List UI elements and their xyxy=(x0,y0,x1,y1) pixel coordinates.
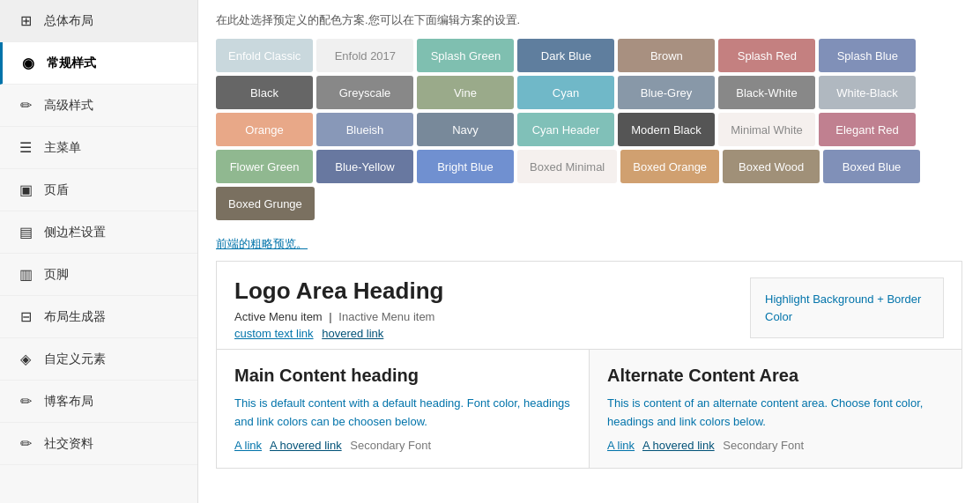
sidebar-icon-general-layout: ⊞ xyxy=(16,12,35,29)
preview-header-left: Logo Area Heading Active Menu item | Ina… xyxy=(234,277,443,340)
color-scheme-grid: Enfold ClassicEnfold 2017Splash GreenDar… xyxy=(216,39,962,220)
sidebar-item-general-style[interactable]: ◉常规样式 xyxy=(0,42,197,85)
color-scheme-dark-blue[interactable]: Dark Blue xyxy=(517,39,614,72)
sidebar-icon-layout-builder: ⊟ xyxy=(16,308,35,325)
sidebar: ⊞总体布局◉常规样式✏高级样式☰主菜单▣页盾▤侧边栏设置▥页脚⊟布局生成器◈自定… xyxy=(0,0,198,503)
color-scheme-boxed-grunge[interactable]: Boxed Grunge xyxy=(216,187,315,220)
sidebar-icon-advanced-style: ✏ xyxy=(16,97,35,114)
sidebar-label-general-style: 常规样式 xyxy=(47,55,96,71)
alt-content-links: A link A hovered link Secondary Font xyxy=(607,439,944,452)
main-content-links: A link A hovered link Secondary Font xyxy=(234,439,571,452)
color-scheme-vine[interactable]: Vine xyxy=(417,76,514,109)
alt-content-text: This is content of an alternate content … xyxy=(607,395,944,432)
preview-label[interactable]: 前端的粗略预览。 xyxy=(216,236,962,252)
color-scheme-blueish[interactable]: Blueish xyxy=(316,113,413,146)
main-content-heading: Main Content heading xyxy=(234,366,571,386)
color-scheme-blue-grey[interactable]: Blue-Grey xyxy=(618,76,715,109)
main-content: 在此处选择预定义的配色方案.您可以在下面编辑方案的设置. Enfold Clas… xyxy=(198,0,980,503)
sidebar-item-general-layout[interactable]: ⊞总体布局 xyxy=(0,0,197,42)
preview-area: Logo Area Heading Active Menu item | Ina… xyxy=(216,261,962,469)
color-scheme-white-black[interactable]: White-Black xyxy=(819,76,916,109)
color-scheme-bright-blue[interactable]: Bright Blue xyxy=(417,150,514,183)
sidebar-label-page-header: 页盾 xyxy=(44,182,69,198)
color-scheme-flower-green[interactable]: Flower Green xyxy=(216,150,313,183)
sidebar-item-layout-builder[interactable]: ⊟布局生成器 xyxy=(0,296,197,338)
color-scheme-cyan[interactable]: Cyan xyxy=(517,76,614,109)
sidebar-item-main-menu[interactable]: ☰主菜单 xyxy=(0,127,197,169)
custom-text-link[interactable]: custom text link xyxy=(234,327,314,340)
instruction-text: 在此处选择预定义的配色方案.您可以在下面编辑方案的设置. xyxy=(216,12,962,28)
color-scheme-enfold-classic[interactable]: Enfold Classic xyxy=(216,39,313,72)
sidebar-item-footer[interactable]: ▥页脚 xyxy=(0,254,197,296)
alt-secondary-font: Secondary Font xyxy=(723,439,804,452)
color-scheme-navy[interactable]: Navy xyxy=(417,113,514,146)
color-scheme-splash-green[interactable]: Splash Green xyxy=(417,39,514,72)
preview-logo-heading: Logo Area Heading xyxy=(234,277,443,305)
sidebar-icon-blog-layout: ✏ xyxy=(16,393,35,410)
sidebar-item-blog-layout[interactable]: ✏博客布局 xyxy=(0,381,197,423)
color-scheme-black-white[interactable]: Black-White xyxy=(718,76,815,109)
sidebar-icon-main-menu: ☰ xyxy=(16,139,35,156)
main-hovered-link[interactable]: A hovered link xyxy=(270,439,342,452)
sidebar-item-sidebar-settings[interactable]: ▤侧边栏设置 xyxy=(0,211,197,254)
content-main: Main Content heading This is default con… xyxy=(217,350,590,468)
sidebar-label-layout-builder: 布局生成器 xyxy=(44,309,106,325)
color-scheme-blue-yellow[interactable]: Blue-Yellow xyxy=(316,150,413,183)
color-scheme-orange[interactable]: Orange xyxy=(216,113,313,146)
content-alt: Alternate Content Area This is content o… xyxy=(590,350,961,468)
alt-hovered-link[interactable]: A hovered link xyxy=(642,439,715,452)
preview-links: custom text link hovered link xyxy=(234,327,443,340)
preview-content: Main Content heading This is default con… xyxy=(217,349,961,468)
color-scheme-cyan-header[interactable]: Cyan Header xyxy=(517,113,614,146)
color-scheme-minimal-white[interactable]: Minimal White xyxy=(718,113,815,146)
sidebar-label-blog-layout: 博客布局 xyxy=(44,394,93,410)
color-scheme-modern-black[interactable]: Modern Black xyxy=(618,113,715,146)
sidebar-icon-footer: ▥ xyxy=(16,266,35,283)
sidebar-icon-custom-elements: ◈ xyxy=(16,351,35,367)
alt-link[interactable]: A link xyxy=(607,439,635,452)
color-scheme-black[interactable]: Black xyxy=(216,76,313,109)
menu-active: Active Menu item xyxy=(234,310,323,323)
color-scheme-elegant-red[interactable]: Elegant Red xyxy=(819,113,916,146)
sidebar-icon-sidebar-settings: ▤ xyxy=(16,224,35,240)
color-scheme-boxed-blue[interactable]: Boxed Blue xyxy=(823,150,920,183)
menu-separator: | xyxy=(329,310,331,323)
sidebar-label-general-layout: 总体布局 xyxy=(44,13,93,29)
sidebar-label-main-menu: 主菜单 xyxy=(44,140,81,156)
sidebar-item-advanced-style[interactable]: ✏高级样式 xyxy=(0,85,197,127)
color-scheme-greyscale[interactable]: Greyscale xyxy=(316,76,413,109)
color-scheme-boxed-minimal[interactable]: Boxed Minimal xyxy=(517,150,617,183)
color-scheme-boxed-wood[interactable]: Boxed Wood xyxy=(723,150,820,183)
color-scheme-splash-blue[interactable]: Splash Blue xyxy=(819,39,916,72)
preview-header: Logo Area Heading Active Menu item | Ina… xyxy=(217,262,961,349)
hovered-link[interactable]: hovered link xyxy=(322,327,383,340)
highlight-box: Highlight Background + Border Color xyxy=(750,277,944,338)
sidebar-label-sidebar-settings: 侧边栏设置 xyxy=(44,225,106,240)
color-scheme-enfold-2017[interactable]: Enfold 2017 xyxy=(316,39,413,72)
sidebar-icon-page-header: ▣ xyxy=(16,181,35,198)
main-link[interactable]: A link xyxy=(234,439,262,452)
sidebar-label-custom-elements: 自定义元素 xyxy=(44,351,106,367)
sidebar-icon-contrib: ✏ xyxy=(16,435,35,452)
color-scheme-brown[interactable]: Brown xyxy=(618,39,715,72)
preview-menu: Active Menu item | Inactive Menu item xyxy=(234,310,443,323)
sidebar-label-contrib: 社交资料 xyxy=(44,436,93,452)
sidebar-item-contrib[interactable]: ✏社交资料 xyxy=(0,423,197,465)
main-secondary-font: Secondary Font xyxy=(350,439,431,452)
sidebar-icon-general-style: ◉ xyxy=(19,55,38,71)
color-scheme-splash-red[interactable]: Splash Red xyxy=(718,39,815,72)
alt-content-heading: Alternate Content Area xyxy=(607,366,944,386)
sidebar-item-custom-elements[interactable]: ◈自定义元素 xyxy=(0,338,197,381)
menu-inactive: Inactive Menu item xyxy=(338,310,434,323)
sidebar-label-advanced-style: 高级样式 xyxy=(44,98,93,114)
main-content-text: This is default content with a default h… xyxy=(234,395,571,432)
color-scheme-boxed-orange[interactable]: Boxed Orange xyxy=(620,150,719,183)
sidebar-label-footer: 页脚 xyxy=(44,267,69,283)
sidebar-item-page-header[interactable]: ▣页盾 xyxy=(0,169,197,211)
